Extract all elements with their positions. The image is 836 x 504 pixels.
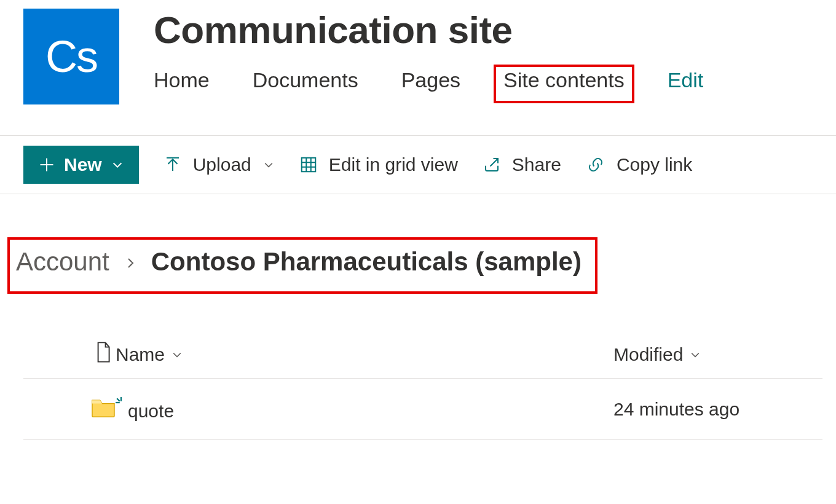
- name-column-header[interactable]: Name: [116, 344, 613, 365]
- site-header: Cs Communication site Home Documents Pag…: [0, 0, 836, 104]
- new-button[interactable]: New: [23, 146, 139, 184]
- grid-icon: [299, 156, 318, 174]
- share-button[interactable]: Share: [483, 154, 561, 175]
- chevron-down-icon: [262, 159, 275, 171]
- new-button-label: New: [64, 154, 102, 175]
- row-name-cell[interactable]: quote: [116, 397, 613, 422]
- row-icon-cell: [91, 396, 116, 422]
- divider: [0, 194, 836, 194]
- upload-label: Upload: [193, 154, 251, 175]
- upload-button[interactable]: Upload: [164, 154, 275, 175]
- folder-icon: [90, 396, 117, 422]
- chevron-down-icon: [689, 344, 701, 365]
- chevron-down-icon: [171, 344, 183, 365]
- svg-line-12: [117, 398, 120, 401]
- modified-column-header[interactable]: Modified: [613, 344, 822, 365]
- site-title: Communication site: [154, 10, 703, 50]
- list-header-row: Name Modified: [23, 331, 822, 379]
- document-list: Name Modified: [23, 331, 822, 440]
- copy-link-button[interactable]: Copy link: [586, 154, 692, 175]
- share-icon: [483, 156, 501, 174]
- chevron-right-icon: [123, 247, 138, 277]
- plus-icon: [38, 156, 55, 173]
- site-logo-text: Cs: [45, 31, 97, 82]
- list-row[interactable]: quote 24 minutes ago: [23, 379, 822, 440]
- link-icon: [586, 156, 605, 174]
- row-modified: 24 minutes ago: [613, 399, 822, 420]
- chevron-down-icon: [111, 158, 124, 171]
- breadcrumb-current: Contoso Pharmaceuticals (sample): [151, 247, 582, 277]
- svg-line-9: [490, 159, 498, 167]
- new-indicator-icon: [116, 397, 127, 408]
- name-column-label: Name: [116, 344, 165, 365]
- site-logo[interactable]: Cs: [23, 9, 119, 104]
- upload-icon: [164, 156, 182, 174]
- breadcrumb: Account Contoso Pharmaceuticals (sample): [7, 237, 597, 294]
- copy-link-label: Copy link: [617, 154, 692, 175]
- file-icon: [94, 341, 112, 368]
- type-column-header[interactable]: [91, 341, 116, 368]
- modified-column-label: Modified: [613, 344, 683, 365]
- share-label: Share: [512, 154, 561, 175]
- site-heading: Communication site Home Documents Pages …: [154, 9, 703, 92]
- command-bar: New Upload: [0, 136, 836, 194]
- nav-edit[interactable]: Edit: [668, 68, 704, 92]
- edit-grid-button[interactable]: Edit in grid view: [299, 154, 458, 175]
- nav-pages[interactable]: Pages: [401, 68, 460, 92]
- breadcrumb-root[interactable]: Account: [16, 247, 109, 277]
- nav-home[interactable]: Home: [154, 68, 210, 92]
- nav-site-contents[interactable]: Site contents: [494, 65, 634, 103]
- row-name: quote: [128, 397, 174, 422]
- edit-grid-label: Edit in grid view: [329, 154, 458, 175]
- nav-documents[interactable]: Documents: [253, 68, 358, 92]
- site-nav: Home Documents Pages Site contents Edit: [154, 68, 703, 92]
- svg-rect-4: [302, 158, 316, 172]
